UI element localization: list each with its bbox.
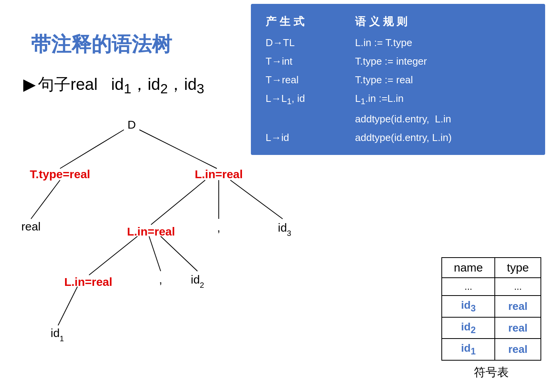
node-L1: L.in=real — [195, 168, 243, 181]
page-title: 带注释的语法树 — [31, 31, 172, 58]
node-id3: id3 — [278, 221, 291, 237]
id1-type: real — [495, 339, 541, 360]
svg-line-0 — [60, 130, 124, 168]
syntax-tree: D T.type=real L.in=real real L.in=real ,… — [0, 108, 368, 387]
bullet-sentence: ▶ 句子real id1，id2，id3 — [23, 74, 204, 96]
node-id2: id2 — [191, 273, 204, 289]
rule-t-real-sem: T.type := real — [351, 70, 534, 89]
rule-d-tl-prod: D→TL — [262, 33, 351, 52]
node-T: T.type=real — [30, 168, 90, 181]
symbol-table-container: name type ... ... id3 real id2 real id1 … — [441, 257, 541, 380]
header-production: 产 生 式 — [262, 12, 351, 33]
symbol-caption: 符号表 — [441, 364, 541, 380]
svg-line-9 — [58, 287, 77, 325]
svg-line-8 — [161, 236, 197, 271]
node-D: D — [127, 118, 136, 131]
node-L3: L.in=real — [64, 275, 112, 288]
svg-line-2 — [31, 180, 60, 219]
rule-d-tl-sem: L.in := T.type — [351, 33, 534, 52]
id1-name: id1 — [442, 339, 495, 360]
bullet-triangle: ▶ — [23, 75, 36, 94]
col-type-header: type — [495, 258, 541, 278]
node-comma1: , — [217, 221, 220, 234]
header-semantic: 语 义 规 则 — [351, 12, 534, 33]
id2-type: real — [495, 317, 541, 339]
svg-line-1 — [139, 130, 217, 168]
svg-line-3 — [151, 180, 205, 225]
id3-name: id3 — [442, 296, 495, 317]
dots-type: ... — [495, 278, 541, 296]
rule-l-l1-prod: L→L1, id — [262, 89, 351, 110]
id3-type: real — [495, 296, 541, 317]
dots-name: ... — [442, 278, 495, 296]
col-name-header: name — [442, 258, 495, 278]
sentence-text: 句子real id1，id2，id3 — [38, 74, 204, 96]
svg-line-7 — [149, 236, 161, 271]
rule-t-int-prod: T→int — [262, 52, 351, 70]
rule-t-real-prod: T→real — [262, 70, 351, 89]
node-comma2: , — [159, 273, 162, 286]
rule-l-l1-sem: L1.in :=L.in — [351, 89, 534, 110]
rule-l-id-sem: addtype(id.entry, L.in) — [351, 128, 534, 147]
node-L2: L.in=real — [127, 225, 175, 238]
node-real: real — [21, 220, 41, 233]
svg-line-5 — [230, 180, 283, 219]
id2-name: id2 — [442, 317, 495, 339]
node-id1: id1 — [51, 327, 64, 343]
rule-l-l1-addtype: addtype(id.entry, L.in — [351, 110, 534, 128]
svg-line-6 — [89, 236, 137, 275]
rule-t-int-sem: T.type := integer — [351, 52, 534, 70]
symbol-table: name type ... ... id3 real id2 real id1 … — [441, 257, 541, 361]
